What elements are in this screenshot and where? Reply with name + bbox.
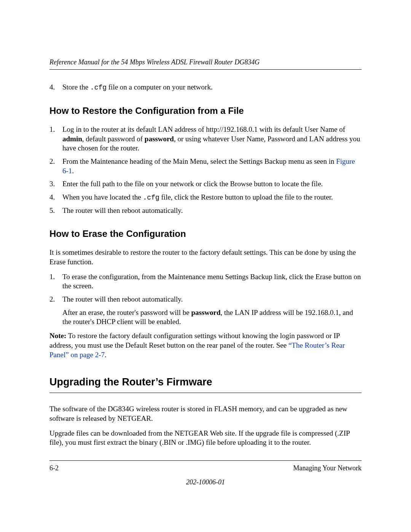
text: Log in to the router at its default LAN …: [62, 125, 345, 133]
list-number: 4.: [49, 83, 62, 92]
heading-restore: How to Restore the Configuration from a …: [49, 105, 362, 117]
text: Store the: [62, 83, 90, 91]
bold-text: admin: [62, 135, 82, 143]
after-erase-paragraph: After an erase, the router's password wi…: [62, 308, 362, 327]
note-paragraph: Note: To restore the factory default con…: [49, 331, 362, 359]
list-item-body: The router will then reboot automaticall…: [62, 206, 362, 216]
text: After an erase, the router's password wi…: [62, 308, 191, 316]
text: .: [72, 167, 74, 175]
bold-text: password: [191, 308, 220, 316]
restore-steps-list: 1. Log in to the router at its default L…: [49, 125, 362, 216]
erase-intro: It is sometimes desirable to restore the…: [49, 248, 362, 267]
list-number: 3.: [49, 179, 62, 189]
text: When you have located the: [62, 193, 143, 201]
list-item-body: Log in to the router at its default LAN …: [62, 125, 362, 153]
list-number: 4.: [49, 193, 62, 202]
list-item-body: To erase the configuration, from the Mai…: [62, 272, 362, 291]
list-item-body: The router will then reboot automaticall…: [62, 295, 362, 304]
document-number: 202-10006-01: [49, 478, 362, 487]
list-number: 1.: [49, 125, 62, 153]
section-name: Managing Your Network: [293, 464, 362, 473]
list-item-body: When you have located the .cfg file, cli…: [62, 193, 362, 202]
list-item-body: Enter the full path to the file on your …: [62, 179, 362, 189]
list-number: 5.: [49, 206, 62, 216]
text: .: [105, 351, 107, 359]
bold-text: password: [145, 135, 174, 143]
text: file on a computer on your network.: [107, 83, 213, 91]
continued-ordered-list: 4. Store the .cfg file on a computer on …: [49, 83, 362, 92]
page-number: 6-2: [49, 464, 59, 473]
code-literal: .cfg: [143, 194, 159, 201]
erase-steps-list: 1. To erase the configuration, from the …: [49, 272, 362, 304]
heading-erase: How to Erase the Configuration: [49, 228, 362, 240]
note-label: Note:: [49, 332, 66, 340]
list-number: 2.: [49, 295, 62, 304]
running-header: Reference Manual for the 54 Mbps Wireles…: [49, 58, 362, 70]
code-literal: .cfg: [90, 84, 107, 91]
heading-upgrade-firmware: Upgrading the Router’s Firmware: [49, 375, 362, 393]
upgrade-paragraph-2: Upgrade files can be downloaded from the…: [49, 429, 362, 447]
page-footer: 6-2 Managing Your Network: [49, 460, 362, 473]
list-item-body: Store the .cfg file on a computer on you…: [62, 83, 362, 92]
list-number: 2.: [49, 157, 62, 176]
list-item-body: From the Maintenance heading of the Main…: [62, 157, 362, 176]
list-number: 1.: [49, 272, 62, 291]
text: From the Maintenance heading of the Main…: [62, 157, 336, 165]
text: , default password of: [82, 135, 145, 143]
upgrade-paragraph-1: The software of the DG834G wireless rout…: [49, 404, 362, 423]
text: file, click the Restore button to upload…: [159, 193, 333, 201]
